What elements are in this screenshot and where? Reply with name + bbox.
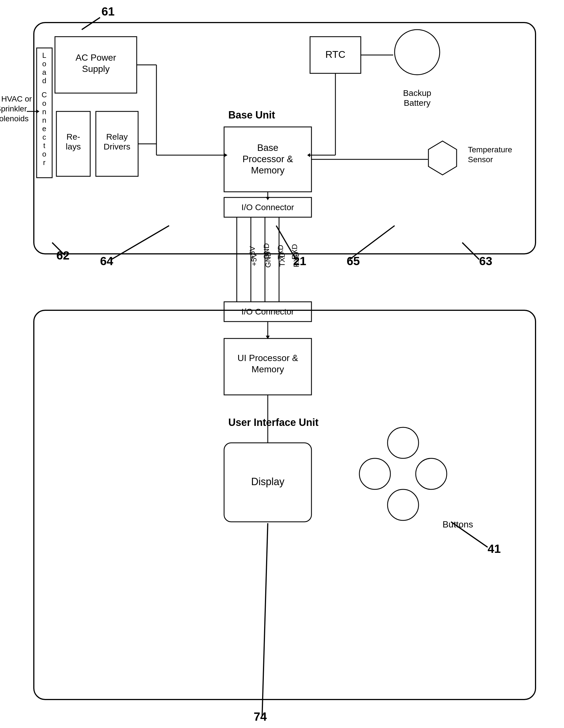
svg-text:UI Processor &: UI Processor & <box>237 353 298 363</box>
svg-text:a: a <box>42 68 47 76</box>
svg-text:Base Unit: Base Unit <box>228 109 275 121</box>
svg-text:Buttons: Buttons <box>442 519 473 529</box>
svg-text:Re-: Re- <box>67 132 80 141</box>
svg-text:I/O Connector: I/O Connector <box>242 307 294 316</box>
svg-text:+5V: +5V <box>248 246 257 259</box>
svg-text:Display: Display <box>251 476 284 487</box>
svg-text:n: n <box>42 116 46 124</box>
svg-text:RXD: RXD <box>290 244 299 259</box>
svg-text:Memory: Memory <box>251 165 285 175</box>
svg-text:63: 63 <box>479 254 492 268</box>
svg-text:I/O Connector: I/O Connector <box>242 203 294 212</box>
svg-text:t: t <box>43 141 45 150</box>
svg-text:Sprinkler: Sprinkler <box>0 104 27 113</box>
svg-text:74: 74 <box>254 710 267 723</box>
svg-text:Base: Base <box>257 142 278 153</box>
svg-text:L: L <box>42 51 46 60</box>
svg-text:41: 41 <box>488 542 501 555</box>
svg-text:To HVAC or: To HVAC or <box>0 94 32 103</box>
svg-text:Battery: Battery <box>404 98 430 107</box>
svg-text:Solenoids: Solenoids <box>0 114 28 123</box>
svg-text:User Interface Unit: User Interface Unit <box>228 417 318 428</box>
svg-text:Relay: Relay <box>106 132 128 141</box>
svg-text:o: o <box>42 150 46 158</box>
svg-text:Memory: Memory <box>252 364 284 374</box>
svg-text:Processor &: Processor & <box>243 154 293 164</box>
svg-text:r: r <box>43 158 46 167</box>
svg-text:o: o <box>42 99 46 107</box>
svg-text:e: e <box>42 124 46 133</box>
svg-text:61: 61 <box>102 5 115 18</box>
svg-text:RTC: RTC <box>325 49 345 60</box>
svg-text:lays: lays <box>66 142 81 151</box>
svg-text:Drivers: Drivers <box>104 142 131 151</box>
svg-text:n: n <box>42 107 46 116</box>
diagram-container: 61 AC Power Supply L o a d C o n n e c t… <box>0 0 564 728</box>
svg-text:Supply: Supply <box>82 64 110 74</box>
svg-text:62: 62 <box>56 249 70 262</box>
svg-text:GND: GND <box>262 243 271 259</box>
svg-text:Temperature: Temperature <box>468 145 512 154</box>
svg-text:c: c <box>43 133 46 141</box>
svg-text:Sensor: Sensor <box>468 155 493 164</box>
svg-text:o: o <box>42 60 46 68</box>
svg-text:AC Power: AC Power <box>76 52 116 63</box>
svg-text:Backup: Backup <box>403 88 431 98</box>
svg-text:64: 64 <box>100 254 113 268</box>
svg-text:C: C <box>42 91 47 99</box>
svg-text:d: d <box>42 76 46 85</box>
svg-text:TXD: TXD <box>276 245 285 259</box>
